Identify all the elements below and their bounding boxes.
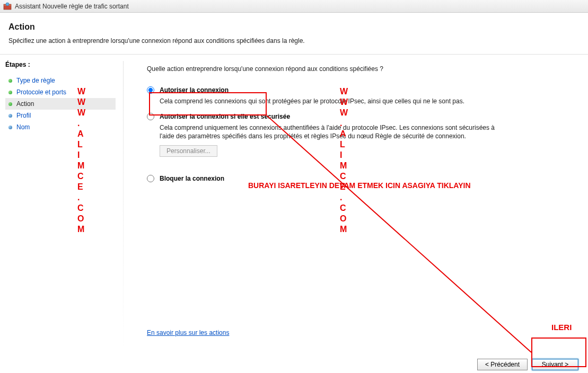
svg-point-3	[6, 3, 9, 6]
customize-button: Personnaliser...	[160, 145, 217, 157]
step-bullet-icon	[8, 126, 12, 129]
step-type-de-regle[interactable]: Type de règle	[5, 75, 116, 86]
radio-block[interactable]	[147, 175, 154, 182]
step-bullet-icon	[8, 114, 12, 118]
step-profil[interactable]: Profil	[5, 110, 116, 121]
step-protocole-et-ports[interactable]: Protocole et ports	[5, 86, 116, 98]
next-button[interactable]: Suivant >	[532, 359, 578, 370]
step-label: Protocole et ports	[16, 88, 66, 96]
step-bullet-icon	[8, 102, 12, 106]
titlebar: Assistant Nouvelle règle de trafic sorta…	[0, 0, 588, 13]
option-allow-secure-label: Autoriser la connexion si elle est sécur…	[160, 113, 290, 120]
option-allow-label: Autoriser la connexion	[160, 86, 229, 94]
option-allow-secure: Autoriser la connexion si elle est sécur…	[147, 113, 573, 156]
option-block: Bloquer la connexion	[147, 175, 573, 185]
page-title: Action	[8, 22, 580, 32]
option-block-label: Bloquer la connexion	[160, 175, 224, 182]
wizard-header: Action Spécifiez une action à entreprend…	[0, 13, 588, 55]
step-bullet-icon	[8, 91, 12, 94]
option-allow-secure-header[interactable]: Autoriser la connexion si elle est sécur…	[147, 113, 573, 120]
back-button[interactable]: < Précédent	[477, 359, 528, 370]
option-allow-description: Cela comprend les connexions qui sont pr…	[160, 97, 510, 105]
page-subtitle: Spécifiez une action à entreprendre lors…	[8, 37, 580, 45]
main-question: Quelle action entreprendre lorsqu'une co…	[147, 65, 573, 73]
radio-allow-secure[interactable]	[147, 113, 154, 120]
sidebar: Étapes : Type de règle Protocole et port…	[0, 55, 123, 373]
step-label: Action	[16, 100, 34, 108]
main-panel: Quelle action entreprendre lorsqu'une co…	[124, 55, 588, 373]
step-bullet-icon	[8, 79, 12, 83]
step-label: Type de règle	[16, 77, 55, 84]
step-label: Profil	[16, 112, 31, 119]
wizard-body: Étapes : Type de règle Protocole et port…	[0, 55, 588, 373]
option-allow-header[interactable]: Autoriser la connexion	[147, 86, 573, 94]
step-action[interactable]: Action	[5, 98, 116, 110]
firewall-icon	[3, 2, 12, 11]
learn-more-link[interactable]: En savoir plus sur les actions	[147, 329, 573, 336]
wizard-buttons: < Précédent Suivant >	[477, 359, 578, 370]
step-nom[interactable]: Nom	[5, 121, 116, 133]
step-label: Nom	[16, 123, 30, 131]
radio-allow[interactable]	[147, 86, 154, 94]
window-title: Assistant Nouvelle règle de trafic sorta…	[15, 3, 129, 10]
option-allow: Autoriser la connexion Cela comprend les…	[147, 86, 573, 105]
option-allow-secure-description: Cela comprend uniquement les connexions …	[160, 123, 510, 140]
option-block-header[interactable]: Bloquer la connexion	[147, 175, 573, 182]
sidebar-header: Étapes :	[5, 61, 123, 68]
